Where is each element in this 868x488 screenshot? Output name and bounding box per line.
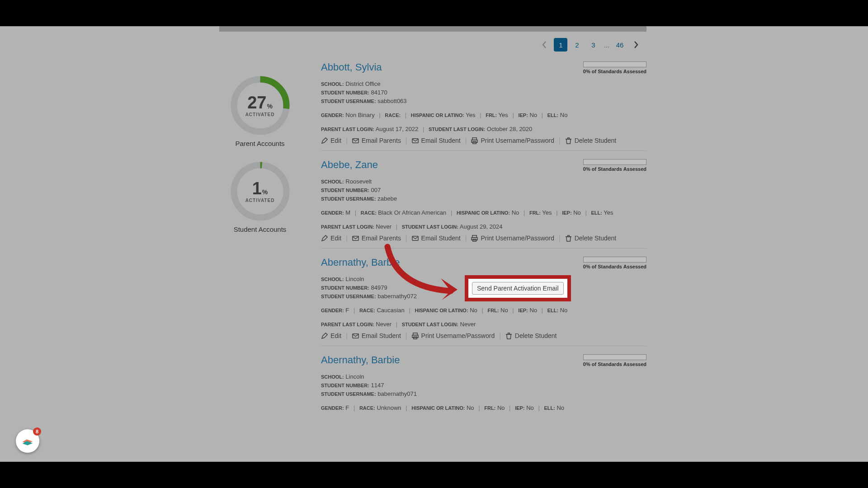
edit-action[interactable]: Edit <box>321 332 341 339</box>
standards-assessed: 0% of Standards Assessed <box>583 257 646 269</box>
page-3-button[interactable]: 3 <box>586 38 600 52</box>
page-ellipsis: ... <box>603 41 610 49</box>
student-name-link[interactable]: Abbott, Sylvia <box>321 61 382 73</box>
header-strip <box>219 26 646 32</box>
standards-assessed: 0% of Standards Assessed <box>583 61 646 74</box>
edit-action[interactable]: Edit <box>321 137 341 144</box>
delete-action[interactable]: Delete Student <box>505 332 557 339</box>
standards-assessed: 0% of Standards Assessed <box>583 354 646 367</box>
svg-rect-4 <box>353 138 359 142</box>
assess-bar <box>583 257 646 263</box>
tooltip-callout: Send Parent Activation Email <box>465 275 571 301</box>
svg-rect-10 <box>412 236 418 240</box>
student-name-link[interactable]: Abernathy, Barbie <box>321 354 400 366</box>
student-card: Abbott, Sylvia 0% of Standards Assessed … <box>321 53 646 151</box>
standards-assessed: 0% of Standards Assessed <box>583 159 646 172</box>
help-badge-count: 8 <box>33 427 41 436</box>
svg-rect-16 <box>412 335 418 338</box>
assess-text: 0% of Standards Assessed <box>583 69 646 74</box>
svg-rect-14 <box>353 333 359 338</box>
student-list: Abbott, Sylvia 0% of Standards Assessed … <box>321 53 646 418</box>
print-action[interactable]: Print Username/Password <box>412 332 495 339</box>
assess-text: 0% of Standards Assessed <box>583 166 646 172</box>
pagination: 1 2 3 ... 46 <box>219 32 646 56</box>
svg-rect-12 <box>472 237 477 240</box>
assess-text: 0% of Standards Assessed <box>583 264 646 269</box>
delete-action[interactable]: Delete Student <box>565 235 617 242</box>
page-prev-button[interactable] <box>538 38 551 52</box>
assess-bar <box>583 159 646 165</box>
student-name-link[interactable]: Abebe, Zane <box>321 159 378 171</box>
svg-rect-7 <box>472 140 477 142</box>
assess-text: 0% of Standards Assessed <box>583 361 646 367</box>
assess-bar <box>583 61 646 67</box>
send-parent-activation-email-tooltip[interactable]: Send Parent Activation Email <box>472 282 564 295</box>
print-action[interactable]: Print Username/Password <box>471 137 554 144</box>
student-card: Abernathy, Barbie 0% of Standards Assess… <box>321 346 646 418</box>
svg-rect-9 <box>353 236 359 240</box>
email-student-action[interactable]: Email Student <box>412 235 461 242</box>
email-parents-action[interactable]: Email Parents <box>352 137 401 144</box>
print-action[interactable]: Print Username/Password <box>471 235 554 242</box>
page-last-button[interactable]: 46 <box>613 38 627 52</box>
student-card: Abebe, Zane 0% of Standards Assessed SCH… <box>321 151 646 249</box>
email-student-action[interactable]: Email Student <box>412 137 461 144</box>
assess-bar <box>583 354 646 360</box>
svg-rect-5 <box>412 138 418 142</box>
page-1-button[interactable]: 1 <box>554 38 567 52</box>
email-parents-action[interactable]: Email Parents <box>352 235 401 242</box>
edit-action[interactable]: Edit <box>321 235 341 242</box>
page-next-button[interactable] <box>629 38 643 52</box>
delete-action[interactable]: Delete Student <box>565 137 617 144</box>
student-name-link[interactable]: Abernathy, Barbie <box>321 257 400 268</box>
help-floating-button[interactable]: 8 <box>16 429 39 453</box>
email-student-action[interactable]: Email Student <box>352 332 401 339</box>
page-2-button[interactable]: 2 <box>570 38 584 52</box>
